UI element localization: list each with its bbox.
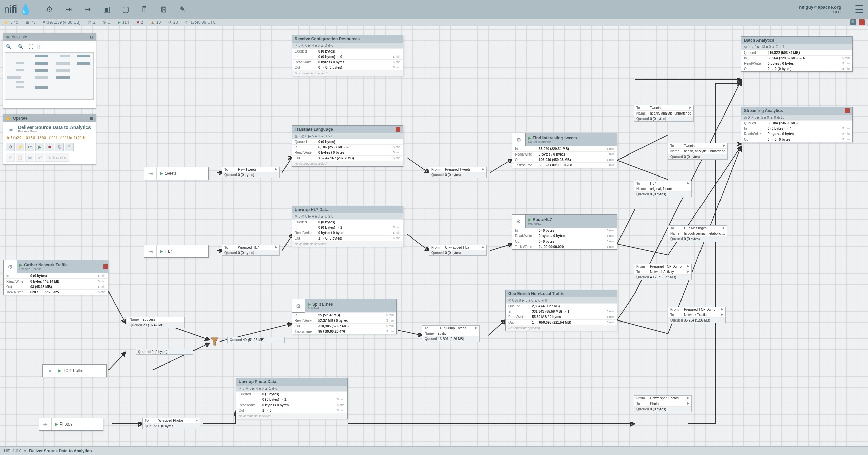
minimize-icon[interactable]: ⊟: [90, 116, 93, 121]
connection-to_tweets1[interactable]: ToTweets▶Namehealth, analytic, unmatched…: [634, 105, 694, 122]
connection-tcp_entries[interactable]: ToTCP Dump Entries▶NamesplitsQueued13,60…: [422, 325, 480, 342]
operate-type: Process Group: [18, 130, 91, 133]
input-port-photos[interactable]: ⇥ ▶Photos: [39, 418, 103, 431]
template-drag-icon[interactable]: ⎘: [158, 4, 169, 15]
paste-button: 📋: [16, 153, 24, 162]
processor-icon: ⚙: [512, 214, 526, 228]
group-header: Translate Language: [292, 126, 403, 133]
zoom-actual-icon[interactable]: |·|: [37, 44, 40, 49]
play-icon: ▶: [55, 422, 58, 427]
stop-button[interactable]: ■: [45, 143, 54, 151]
input-port-icon: ⇥: [144, 245, 157, 257]
breadcrumb-root[interactable]: NiFi 1.0.0: [4, 449, 21, 453]
funnel[interactable]: [210, 336, 220, 347]
group-status: ◎ 0 ◎ 0 ▶ 4 ■ 0 ▲ 1 ※ 0: [236, 386, 347, 391]
funnel-drag-icon[interactable]: ⫚: [139, 4, 150, 15]
zoom-fit-icon[interactable]: ⛶: [28, 44, 33, 49]
group-comments: No comments specified: [506, 325, 617, 331]
logout-link[interactable]: LOG OUT: [799, 10, 841, 14]
connection-funnel_in[interactable]: Queued49 (51.26 MB): [227, 337, 285, 343]
output-port-drag-icon[interactable]: ↦: [82, 4, 93, 15]
processor-gnt[interactable]: ⚙ ▶Gather Network TrafficExecuteProcess …: [3, 260, 108, 295]
connection-tcp_dump2[interactable]: FromPrepared TCP Dump▶ToNetwork Traffic▶…: [668, 307, 726, 323]
process-group-ba[interactable]: Batch Analytics ◎ 1 ◎ 0 ▶ 13 ■ 0 ▲ 7 ※ 7…: [741, 36, 853, 72]
process-group-tl[interactable]: Translate Language ◎ 0 ◎ 0 ▶ 5 ■ 0 ▲ 0 ※…: [292, 125, 403, 167]
disable-button[interactable]: ⟳: [25, 143, 34, 151]
group-header: Streaming Analytics: [741, 107, 852, 115]
search-button[interactable]: 🔍: [850, 19, 856, 25]
upload-button[interactable]: ⇪: [65, 143, 74, 151]
nifi-logo: nifi 💧: [4, 3, 32, 15]
connection-unwrapped_hl7[interactable]: FromUnwrapped HL7▶Queued0 (0 bytes): [429, 245, 487, 256]
group-header: Unwrap HL7 Data: [292, 206, 403, 213]
toolbar: nifi 💧 ⚙ ⇥ ↦ ▣ ▢ ⫚ ⎘ ✎ nifiguy@apache.or…: [0, 0, 868, 19]
process-group-sa[interactable]: Streaming Analytics ◎ 0 ◎ 0 ▶ 2 ■ 0 ▲ 0 …: [741, 107, 853, 142]
connection-to_tweets2[interactable]: ToTweets▶Namehealth, analytic, unmatched…: [668, 143, 728, 160]
processor-rhl7[interactable]: ⚙ ▶RouteHL7RouteHL7 In0 (0 bytes)5 min R…: [512, 214, 617, 250]
operate-panel: ✋ Operate ⊟ ▣ Deliver Source Data to Ana…: [3, 114, 96, 165]
processor-sl[interactable]: ⚙ ▶Split LinesSplitText In95 (52.37 MB)5…: [292, 299, 397, 334]
bulletin-icon[interactable]: [103, 264, 108, 269]
group-status: ◎ 0 ◎ 0 ▶ 2 ■ 0 ▲ 0 ※ 15: [741, 115, 852, 120]
group-status: ◎ 0 ◎ 0 ▶ 4 ■ 0 ▲ 1 ※ 0: [292, 213, 403, 219]
last-refresh: ↻ 17:48:06 UTC: [185, 20, 216, 25]
processor-icon: ⚙: [512, 133, 526, 146]
group-header: Receive Configuration Resources: [292, 35, 403, 43]
copy-button: ⎘: [6, 153, 15, 162]
group-status: ◎ 0 ◎ 0 ▶ 5 ■ 0 ▲ 0 ※ 0: [506, 297, 617, 303]
label-drag-icon[interactable]: ✎: [177, 4, 188, 15]
processor-header: ⚙ ▶Gather Network TrafficExecuteProcess …: [4, 260, 108, 273]
connection-raw_tweets[interactable]: ToRaw Tweets▶Queued0 (0 bytes): [222, 167, 280, 178]
chevron-right-icon: »: [24, 449, 26, 453]
connection-wrapped_photos[interactable]: ToWrapped Photos▶Queued0 (0 bytes): [142, 418, 200, 429]
zoom-out-icon[interactable]: 🔍-: [18, 44, 25, 49]
process-group-uhl7[interactable]: Unwrap HL7 Data ◎ 0 ◎ 0 ▶ 4 ■ 0 ▲ 1 ※ 0 …: [292, 206, 403, 247]
input-port-hl7[interactable]: ⇥ ▶HL7: [144, 245, 209, 258]
connection-funnel_empty[interactable]: Queued0 (0 bytes): [136, 349, 193, 355]
template-button[interactable]: ⎘: [55, 143, 64, 151]
input-port-drag-icon[interactable]: ⇥: [63, 4, 74, 15]
process-group-geo[interactable]: Geo Enrich Non-Local Traffic ◎ 0 ◎ 0 ▶ 5…: [505, 290, 617, 331]
bulletin-button[interactable]: [859, 19, 865, 25]
minimize-icon[interactable]: ⊟: [90, 35, 93, 39]
birdseye-view[interactable]: [5, 52, 94, 100]
zoom-in-icon[interactable]: 🔍+: [6, 44, 14, 49]
processor-fit[interactable]: ⚙ ▶Find interesting tweetsRouteOnAttribu…: [512, 133, 617, 168]
navigate-panel: ⊕ Navigate ⊟ 🔍+ 🔍- ⛶ |·|: [3, 33, 96, 109]
processor-drag-icon[interactable]: ⚙: [44, 4, 55, 15]
connection-wrapped_hl7[interactable]: ToWrapped HL7▶Queued0 (0 bytes): [222, 245, 280, 256]
group-status: ◎ 1 ◎ 0 ▶ 13 ■ 0 ▲ 7 ※ 7: [741, 44, 852, 50]
connection-hl7_msgs[interactable]: ToHL7 Messages▶Namehypoglycemia, metabol…: [668, 225, 727, 242]
processor-header: ⚙ ▶RouteHL7RouteHL7: [512, 215, 617, 228]
active-threads: ⚡ 5 / 5: [3, 20, 18, 25]
operate-header: ✋ Operate ⊟: [3, 115, 96, 122]
input-port-tweets[interactable]: ⇥ ▶tweets: [144, 167, 209, 180]
process-group-upd[interactable]: Unwrap Photo Data ◎ 0 ◎ 0 ▶ 4 ■ 0 ▲ 1 ※ …: [236, 378, 348, 419]
process-group-rcr[interactable]: Receive Configuration Resources ◎ 0 ◎ 0 …: [292, 35, 403, 76]
input-port-tcp[interactable]: ⇥ ▶TCP Traffic: [42, 364, 107, 377]
enable-button[interactable]: ⚡: [16, 143, 24, 151]
start-button[interactable]: ▶: [35, 143, 44, 151]
total-queued: ≡ 397,139 (4.36 GB): [43, 20, 81, 25]
stopped-count: ■ 2: [137, 20, 143, 25]
bulletin-icon[interactable]: [845, 108, 850, 113]
user-info: nifiguy@apache.org LOG OUT: [799, 5, 841, 14]
configure-button[interactable]: ⚙: [6, 143, 15, 151]
connection-success[interactable]: NamesuccessQueued20 (16.42 MB): [127, 317, 185, 328]
not-transmitting: ⊘ 0: [103, 20, 110, 25]
bulletin-icon[interactable]: [396, 127, 400, 132]
connection-tcp_dump1[interactable]: FromPrepared TCP Dump▶ToNetwork Activity…: [634, 264, 692, 280]
process-group-icon: ▣: [6, 125, 15, 134]
global-menu-icon[interactable]: ☰: [855, 3, 864, 15]
connection-prep_tweets[interactable]: FromPrepared Tweets▶Queued0 (0 bytes): [429, 167, 487, 178]
flow-canvas[interactable]: ⊕ Navigate ⊟ 🔍+ 🔍- ⛶ |·|: [0, 19, 868, 448]
connection-to_hl7[interactable]: ToHL7▶Nameoriginal, failureQueued0 (0 by…: [634, 181, 692, 197]
play-icon: ▶: [160, 249, 163, 254]
process-group-drag-icon[interactable]: ▣: [101, 4, 112, 15]
breadcrumb-current: Deliver Source Data to Analytics: [29, 449, 92, 453]
group-header: Geo Enrich Non-Local Traffic: [506, 290, 617, 297]
processor-header: ⚙ ▶Split LinesSplitText: [292, 299, 396, 312]
breadcrumb: NiFi 1.0.0 » Deliver Source Data to Anal…: [0, 446, 868, 455]
remote-group-drag-icon[interactable]: ▢: [120, 4, 131, 15]
connection-unwrapped_photos[interactable]: FromUnwrapped Photos▶ToPhotos▶Queued0 (0…: [634, 395, 692, 412]
